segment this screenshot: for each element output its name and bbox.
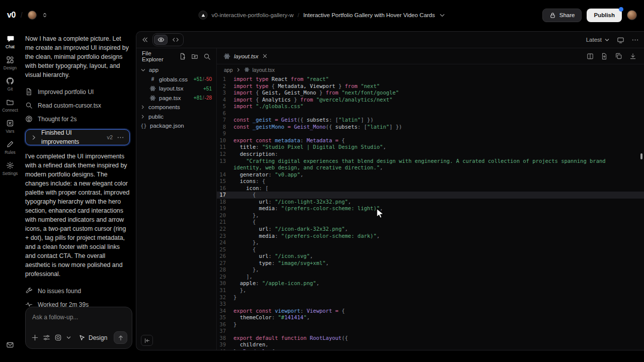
step-item[interactable]: Read custom-cursor.tsx: [25, 99, 130, 112]
followup-input[interactable]: [32, 314, 125, 321]
code-line-20: 20 },: [217, 212, 644, 219]
version-badge: v2: [107, 133, 113, 142]
chevron-right-icon: [236, 67, 241, 72]
breadcrumb-folder[interactable]: app: [224, 67, 233, 73]
code-line-10: 10export const metadata: Metadata = {: [217, 137, 644, 144]
vercel-project-icon[interactable]: [198, 11, 207, 20]
add-attachment-icon[interactable]: [31, 334, 39, 341]
download-icon[interactable]: [629, 53, 636, 60]
editor-tools: Latest: [586, 36, 639, 44]
editor-panel: Latest File Explorer app #globals.css+51…: [136, 31, 644, 350]
step-item[interactable]: Thought for 2s: [25, 112, 130, 126]
search-icon[interactable]: [203, 53, 211, 60]
react-file-icon: [149, 85, 156, 92]
code-line-29: 29 ],: [217, 274, 644, 281]
code-line-3: 3import { Geist, Geist_Mono } from "next…: [217, 89, 644, 97]
editor-toolbar: Latest: [136, 32, 644, 48]
chevron-down-icon[interactable]: [439, 12, 446, 19]
code-line-31: 31 },: [217, 287, 644, 294]
settings-icon: [6, 161, 14, 169]
css-file-icon: #: [149, 76, 156, 82]
share-button[interactable]: Share: [542, 9, 582, 22]
settings-sliders-icon[interactable]: [43, 334, 50, 341]
workspace-switcher-icon[interactable]: [42, 12, 48, 18]
tree-item-layout.tsx[interactable]: layout.tsx+51: [136, 84, 216, 94]
close-tab-icon[interactable]: [262, 53, 268, 59]
step-item[interactable]: Improved portfolio UI: [25, 85, 130, 99]
copy-icon[interactable]: [615, 52, 622, 60]
chevron-right-icon: [140, 105, 145, 110]
vars-icon: [6, 119, 14, 127]
code-line-14: 14 generator: "v0.app",: [217, 171, 644, 178]
tree-item-app[interactable]: app: [136, 65, 216, 75]
rail-item-rules[interactable]: Rules: [5, 140, 16, 155]
scrollbar-thumb[interactable]: [640, 153, 642, 159]
rail-item-chat[interactable]: Chat: [6, 34, 15, 49]
rail-item-vars[interactable]: Vars: [6, 119, 15, 134]
version-card[interactable]: Finished UI improvements v2: [25, 129, 130, 145]
tree-item-page.tsx[interactable]: page.tsx+81/-28: [136, 94, 216, 103]
chevron-down-icon[interactable]: [66, 335, 71, 340]
new-folder-icon[interactable]: [191, 53, 198, 60]
send-button[interactable]: [114, 331, 127, 344]
tab-layout-tsx[interactable]: layout.tsx: [217, 48, 274, 64]
v0-logo[interactable]: v0: [7, 11, 16, 20]
code-line-21: 21 {: [217, 219, 644, 226]
tree-item-public[interactable]: public: [136, 112, 216, 122]
user-avatar[interactable]: [627, 10, 637, 20]
code-line-37: 37: [217, 328, 644, 335]
code-toggle-button[interactable]: [169, 35, 182, 45]
code-editor[interactable]: 1import type React from "react" 2import …: [217, 75, 644, 350]
v0-app: v0 / v0-interactive-portfolio-gallery-w …: [0, 0, 644, 362]
lock-icon: [549, 12, 556, 19]
code-line-28: 28 },: [217, 266, 644, 274]
code-line-39: 39 children,: [217, 341, 644, 348]
more-options-icon[interactable]: [631, 36, 639, 44]
tree-item-package.json[interactable]: {}package.json: [136, 121, 216, 131]
rail-item-settings[interactable]: Settings: [3, 161, 18, 176]
code-line-17: 17 {: [217, 192, 644, 199]
chat-panel: Now I have a complete picture. Let me cr…: [20, 30, 136, 362]
file-text-icon: [25, 88, 33, 96]
publish-button[interactable]: Publish: [587, 9, 622, 22]
model-picker-icon[interactable]: [54, 334, 62, 341]
rail-item-git[interactable]: Git: [6, 77, 14, 92]
code-line-7: 7const _geist = Geist({ subsets: ["latin…: [217, 117, 644, 124]
breadcrumb-separator: /: [297, 12, 299, 18]
breadcrumb-chat-title[interactable]: Interactive Portfolio Gallery with Hover…: [303, 12, 435, 18]
breadcrumb-project[interactable]: v0-interactive-portfolio-gallery-w: [211, 12, 293, 18]
view-toggle: [152, 33, 184, 46]
collapse-panel-icon[interactable]: [141, 36, 148, 43]
git-icon: [6, 77, 14, 85]
breadcrumb-file[interactable]: layout.tsx: [253, 67, 275, 73]
code-line-16: 16 icon: [: [217, 185, 644, 192]
mail-icon[interactable]: [6, 341, 14, 349]
code-line-36: 36}: [217, 321, 644, 328]
project-breadcrumb: v0-interactive-portfolio-gallery-w / Int…: [198, 11, 445, 20]
preview-toggle-button[interactable]: [154, 35, 168, 45]
version-selector[interactable]: Latest: [586, 37, 610, 43]
chevron-down-icon: [140, 67, 146, 73]
tree-item-globals.css[interactable]: #globals.css+51/-50: [136, 75, 216, 84]
design-mode-button[interactable]: Design: [78, 333, 107, 342]
chat-input-box[interactable]: Design: [25, 307, 132, 349]
collapse-sidebar-button[interactable]: [141, 335, 153, 346]
more-options-icon[interactable]: [117, 134, 124, 141]
file-explorer-title: File Explorer: [142, 50, 174, 62]
assistant-message: I've completed the UI improvements with …: [25, 152, 130, 279]
chevron-right-icon: [140, 114, 145, 119]
split-view-icon[interactable]: [587, 53, 594, 60]
tab-actions: [587, 48, 644, 64]
new-file-icon[interactable]: [179, 53, 186, 60]
tree-item-components[interactable]: components: [136, 103, 216, 112]
code-breadcrumb: app layout.tsx: [217, 64, 644, 75]
rail-item-connect[interactable]: Connect: [2, 98, 18, 113]
topbar-left: v0 /: [7, 11, 48, 20]
device-preview-icon[interactable]: [617, 36, 624, 44]
export-file-icon[interactable]: [601, 53, 608, 60]
search-icon: [25, 102, 33, 109]
step-item[interactable]: No issues found: [25, 284, 130, 298]
editor-body: File Explorer app #globals.css+51/-50 la…: [136, 48, 644, 350]
workspace-avatar[interactable]: [28, 11, 37, 20]
rail-item-design[interactable]: Design: [4, 56, 17, 70]
